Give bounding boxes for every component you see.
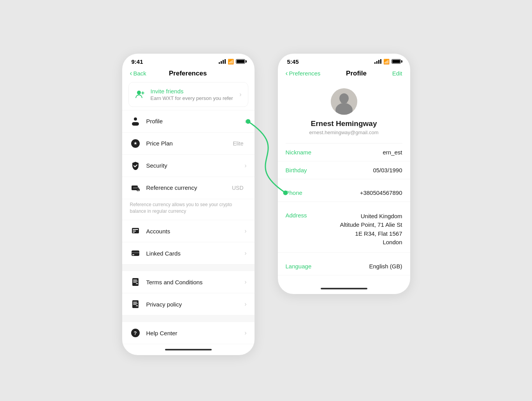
home-indicator-right bbox=[278, 283, 410, 294]
menu-item-help[interactable]: ? Help Center › bbox=[122, 322, 255, 344]
time-left: 9:41 bbox=[132, 58, 143, 65]
avatar bbox=[331, 88, 357, 115]
svg-rect-4 bbox=[132, 122, 139, 126]
svg-rect-14 bbox=[132, 252, 139, 253]
nav-bar-profile: ‹ Preferences Profile Edit bbox=[278, 68, 410, 82]
section-gap-2 bbox=[122, 264, 255, 271]
back-chevron-icon: ‹ bbox=[130, 69, 132, 77]
invite-subtitle: Earn WXT for every person you refer bbox=[151, 95, 234, 101]
menu-item-reference-currency[interactable]: $ Reference currency USD bbox=[122, 177, 255, 199]
profile-page-title: Profile bbox=[346, 70, 367, 77]
menu-section-3: Terms and Conditions › Privacy policy bbox=[122, 271, 255, 315]
currency-label: Reference currency bbox=[146, 184, 226, 191]
currency-icon: $ bbox=[130, 182, 141, 193]
svg-rect-17 bbox=[133, 280, 137, 280]
invite-text: Invite friends Earn WXT for every person… bbox=[151, 88, 234, 101]
wifi-icon-right: 📶 bbox=[383, 59, 390, 65]
field-birthday: Birthday 05/03/1990 bbox=[278, 161, 410, 179]
status-bar-left: 9:41 📶 bbox=[122, 54, 255, 68]
invite-chevron-icon: › bbox=[239, 91, 241, 98]
menu-item-privacy[interactable]: Privacy policy › bbox=[122, 293, 255, 315]
back-chevron-icon-right: ‹ bbox=[286, 69, 288, 77]
field-address: Address United Kingdom Altitude Point, 7… bbox=[278, 207, 410, 253]
security-chevron-icon: › bbox=[244, 162, 246, 169]
price-plan-value: Elite bbox=[233, 140, 243, 147]
terms-chevron-icon: › bbox=[244, 278, 246, 285]
field-nickname: Nickname ern_est bbox=[278, 144, 410, 161]
security-label: Security bbox=[146, 162, 239, 169]
home-indicator bbox=[122, 344, 255, 355]
profile-email: ernest.hemingway@gmail.com bbox=[309, 130, 379, 135]
invite-friends-item[interactable]: Invite friends Earn WXT for every person… bbox=[128, 82, 248, 107]
accounts-label: Accounts bbox=[146, 228, 239, 235]
menu-item-linked-cards[interactable]: Linked Cards › bbox=[122, 242, 255, 264]
profile-section: Ernest Hemingway ernest.hemingway@gmail.… bbox=[278, 82, 410, 143]
svg-rect-21 bbox=[133, 302, 137, 303]
linked-cards-chevron-icon: › bbox=[244, 250, 246, 257]
privacy-chevron-icon: › bbox=[244, 301, 246, 308]
edit-button[interactable]: Edit bbox=[392, 70, 402, 77]
help-chevron-icon: › bbox=[244, 329, 246, 336]
currency-note: Reference currency allows you to see you… bbox=[122, 199, 255, 220]
terms-icon bbox=[130, 277, 141, 287]
status-icons-left: 📶 bbox=[219, 59, 245, 65]
back-to-preferences-label: Preferences bbox=[289, 70, 321, 77]
menu-item-security[interactable]: Security › bbox=[122, 155, 255, 177]
wifi-icon: 📶 bbox=[228, 59, 234, 65]
svg-rect-11 bbox=[133, 231, 136, 231]
accounts-chevron-icon: › bbox=[244, 228, 246, 235]
currency-value: USD bbox=[232, 185, 244, 191]
address-value: United Kingdom Altitude Point, 71 Alie S… bbox=[340, 212, 402, 247]
svg-rect-19 bbox=[133, 282, 137, 283]
terms-label: Terms and Conditions bbox=[146, 279, 239, 285]
menu-item-price-plan[interactable]: ★ Price Plan Elite bbox=[122, 133, 255, 155]
phone-value: +380504567890 bbox=[360, 189, 402, 196]
field-language: Language English (GB) bbox=[278, 257, 410, 275]
svg-rect-10 bbox=[133, 229, 138, 230]
section-gap-3 bbox=[122, 315, 255, 322]
profile-chevron-icon: › bbox=[244, 118, 246, 125]
preferences-phone: 9:41 📶 ‹ Back Preferences bbox=[122, 54, 255, 355]
field-phone: Phone +380504567890 bbox=[278, 184, 410, 202]
battery-icon bbox=[236, 59, 245, 64]
section-spacer bbox=[278, 179, 410, 184]
security-icon bbox=[130, 160, 141, 171]
price-plan-icon: ★ bbox=[130, 138, 141, 149]
phone-label: Phone bbox=[286, 189, 302, 196]
back-button[interactable]: ‹ Back bbox=[130, 70, 146, 77]
invite-title: Invite friends bbox=[151, 88, 234, 95]
linked-cards-label: Linked Cards bbox=[146, 250, 239, 257]
battery-icon-right bbox=[392, 59, 401, 64]
svg-rect-12 bbox=[133, 232, 135, 233]
birthday-value: 05/03/1990 bbox=[373, 167, 402, 173]
back-to-preferences[interactable]: ‹ Preferences bbox=[286, 70, 321, 77]
status-icons-right: 📶 bbox=[374, 59, 401, 65]
accounts-icon bbox=[130, 226, 141, 236]
svg-rect-3 bbox=[134, 117, 137, 121]
profile-icon bbox=[130, 116, 141, 127]
back-label: Back bbox=[133, 70, 146, 77]
profile-label: Profile bbox=[146, 118, 239, 124]
help-label: Help Center bbox=[146, 330, 239, 336]
nickname-value: ern_est bbox=[383, 149, 402, 156]
help-icon: ? bbox=[130, 327, 141, 338]
svg-point-0 bbox=[137, 91, 141, 95]
linked-cards-icon bbox=[130, 248, 141, 259]
svg-rect-15 bbox=[132, 254, 134, 255]
menu-section-2: Accounts › Linked Cards › bbox=[122, 220, 255, 264]
profile-name: Ernest Hemingway bbox=[311, 119, 377, 128]
nickname-label: Nickname bbox=[286, 149, 312, 156]
birthday-label: Birthday bbox=[286, 167, 307, 173]
privacy-icon bbox=[130, 299, 141, 310]
section-spacer-3 bbox=[278, 253, 410, 257]
signal-icon-right bbox=[374, 59, 381, 64]
menu-item-accounts[interactable]: Accounts › bbox=[122, 220, 255, 242]
profile-phone: 5:45 📶 ‹ Preferences Profile bbox=[278, 54, 410, 294]
status-bar-right: 5:45 📶 bbox=[278, 54, 410, 68]
svg-rect-22 bbox=[133, 303, 138, 304]
price-plan-label: Price Plan bbox=[146, 140, 228, 147]
menu-section-4: ? Help Center › bbox=[122, 322, 255, 344]
menu-item-profile[interactable]: Profile › bbox=[122, 110, 255, 133]
menu-item-terms[interactable]: Terms and Conditions › bbox=[122, 271, 255, 293]
time-right: 5:45 bbox=[287, 58, 299, 65]
